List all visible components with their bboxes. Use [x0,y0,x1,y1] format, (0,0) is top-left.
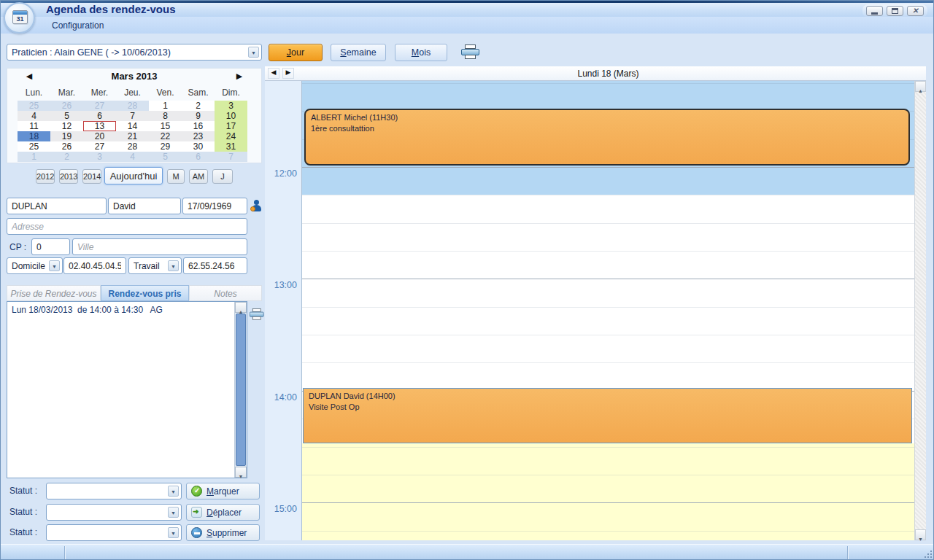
calendar-day[interactable]: 17 [215,121,247,131]
tel1-type-select[interactable]: Domicile [7,257,63,274]
calendar-button-m[interactable]: M [167,169,185,184]
cp-field[interactable] [31,238,70,255]
scroll-down-icon[interactable] [915,529,926,540]
prenom-field[interactable] [108,198,181,214]
naissance-field[interactable] [182,198,247,214]
printer-icon[interactable] [250,308,264,321]
schedule-scrollbar[interactable] [914,81,926,540]
calendar-day[interactable]: 5 [50,111,83,121]
calendar-day[interactable]: 9 [182,111,215,121]
calendar-day[interactable]: 15 [149,121,182,131]
calendar-day[interactable]: 28 [116,101,149,111]
tel1-field[interactable] [63,257,126,274]
printer-icon[interactable] [461,44,480,61]
calendar-day[interactable]: 26 [50,101,83,111]
scrollbar-thumb[interactable] [236,314,246,466]
scroll-down-icon[interactable] [235,467,247,478]
chevron-down-icon[interactable] [168,507,179,518]
next-day-icon[interactable] [282,68,294,79]
action-déplacer-button[interactable]: Déplacer [186,504,260,521]
chevron-down-icon[interactable] [168,486,179,497]
calendar-button-j[interactable]: J [212,169,233,184]
chevron-down-icon[interactable] [168,527,179,538]
tab-1[interactable]: Rendez-vous pris [101,285,189,301]
action-supprimer-button[interactable]: Supprimer [186,524,260,541]
calendar-day[interactable]: 31 [215,141,247,152]
calendar-day[interactable]: 27 [83,101,116,111]
calendar-day[interactable]: 25 [18,101,50,111]
calendar-day[interactable]: 20 [83,131,116,141]
view-semaine-button[interactable]: Semaine [331,44,386,61]
appointment-block[interactable]: DUPLAN David (14H00)Visite Post Op [303,388,912,443]
tab-2[interactable]: Notes [189,285,262,301]
calendar-day[interactable]: 27 [83,141,116,152]
action-marquer-button[interactable]: Marquer [186,483,260,499]
maximize-button[interactable] [887,6,903,16]
calendar-day[interactable]: 11 [18,121,50,131]
calendar-button-2012[interactable]: 2012 [36,169,55,184]
calendar-day[interactable]: 4 [18,111,50,121]
calendar-button-am[interactable]: AM [189,169,208,184]
calendar-button-2014[interactable]: 2014 [82,169,101,184]
calendar-day[interactable]: 5 [149,152,182,162]
scroll-up-icon[interactable] [915,81,926,92]
calendar-day[interactable]: 26 [50,141,83,152]
next-month-icon[interactable] [232,71,247,83]
chevron-down-icon[interactable] [49,260,60,271]
tab-0[interactable]: Prise de Rendez-vous [7,285,101,301]
calendar-day[interactable]: 29 [149,141,182,152]
close-button[interactable] [907,6,924,16]
ville-field[interactable] [72,238,247,255]
calendar-day[interactable]: 10 [215,111,247,121]
calendar-day[interactable]: 1 [149,101,182,111]
calendar-day[interactable]: 2 [50,152,83,162]
chevron-down-icon[interactable] [248,47,259,58]
adresse-field[interactable] [7,218,247,235]
view-mois-button[interactable]: Mois [395,44,447,61]
calendar-day[interactable]: 6 [83,111,116,121]
calendar-day[interactable]: 18 [18,131,50,141]
prev-day-icon[interactable] [268,68,279,79]
schedule-body[interactable]: ALBERT Michel (11H30)1ère consultattionD… [302,81,914,540]
tel2-field[interactable] [183,257,247,274]
minimize-button[interactable] [866,6,883,16]
praticien-select[interactable]: Praticien : Alain GENE ( -> 10/06/2013) [7,44,262,61]
calendar-day[interactable]: 12 [50,121,83,131]
app-logo[interactable]: 31 [4,2,35,34]
list-scrollbar[interactable] [234,302,247,478]
calendar-day[interactable]: 6 [182,152,215,162]
calendar-day[interactable]: 4 [116,152,149,162]
statut-select[interactable] [46,524,182,541]
calendar-day[interactable]: 25 [18,141,50,152]
calendar-day[interactable]: 3 [83,152,116,162]
statut-select[interactable] [46,504,182,521]
today-button[interactable]: Aujourd'hui [104,167,163,184]
calendar-day[interactable]: 8 [149,111,182,121]
calendar-day[interactable]: 2 [182,101,215,111]
menu-configuration[interactable]: Configuration [47,20,108,31]
calendar-day[interactable]: 13 [83,121,116,131]
calendar-day[interactable]: 21 [116,131,149,141]
calendar-day[interactable]: 16 [182,121,215,131]
chevron-down-icon[interactable] [168,260,179,271]
scroll-up-icon[interactable] [235,302,247,313]
calendar-day[interactable]: 30 [182,141,215,152]
calendar-day[interactable]: 19 [50,131,83,141]
statut-select[interactable] [46,483,182,499]
nom-field[interactable] [7,198,107,214]
calendar-day[interactable]: 24 [215,131,247,141]
appointment-item[interactable]: Lun 18/03/2013 de 14:00 à 14:30 AG [7,302,247,316]
resize-grip[interactable] [930,556,932,558]
calendar-day[interactable]: 3 [215,101,247,111]
calendar-button-2013[interactable]: 2013 [59,169,78,184]
calendar-day[interactable]: 1 [18,152,50,162]
calendar-day[interactable]: 7 [116,111,149,121]
calendar-day[interactable]: 28 [116,141,149,152]
view-jour-button[interactable]: Jour [269,44,323,61]
calendar-day[interactable]: 7 [215,152,247,162]
calendar-day[interactable]: 14 [116,121,149,131]
tel2-type-select[interactable]: Travail [128,257,182,274]
calendar-day[interactable]: 22 [149,131,182,141]
patient-search-icon[interactable] [250,200,263,212]
calendar-day[interactable]: 23 [182,131,215,141]
